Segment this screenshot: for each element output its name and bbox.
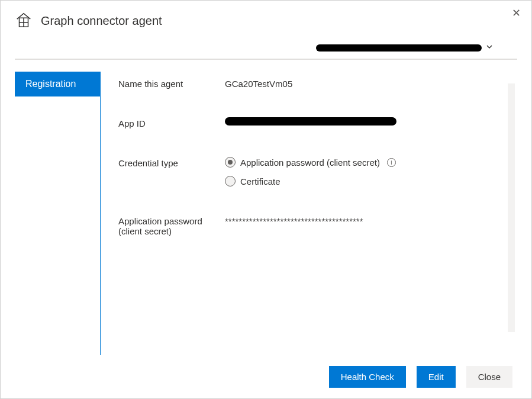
label-appid: App ID — [118, 117, 225, 128]
radio-item-certificate[interactable]: Certificate — [225, 176, 396, 186]
row-name: Name this agent GCa20TestVm05 — [118, 78, 517, 89]
edit-button[interactable]: Edit — [417, 366, 456, 388]
content-area: Registration Name this agent GCa20TestVm… — [1, 60, 531, 355]
dialog: Graph connector agent ✕ Registration Nam… — [0, 0, 532, 399]
value-appid-redacted — [225, 117, 396, 126]
row-app-password: Application password (client secret) ***… — [118, 215, 517, 236]
dialog-title: Graph connector agent — [41, 14, 162, 28]
value-name: GCa20TestVm05 — [225, 78, 292, 89]
row-appid: App ID — [118, 117, 517, 128]
label-name: Name this agent — [118, 78, 225, 89]
agent-icon — [15, 11, 33, 31]
tab-registration[interactable]: Registration — [15, 72, 100, 96]
label-credential-type: Credential type — [118, 157, 225, 168]
radio-item-password[interactable]: Application password (client secret) i — [225, 157, 396, 168]
account-dropdown-row — [15, 37, 517, 60]
close-button[interactable]: Close — [466, 366, 512, 388]
radio-button-certificate[interactable] — [225, 176, 236, 186]
account-dropdown-value-redacted — [316, 44, 482, 52]
dialog-footer: Health Check Edit Close — [1, 355, 531, 398]
radio-dot-icon — [228, 160, 233, 165]
close-icon[interactable]: ✕ — [512, 7, 521, 20]
chevron-down-icon[interactable] — [485, 43, 494, 53]
value-app-password: **************************************** — [225, 215, 363, 226]
credential-radio-group: Application password (client secret) i C… — [225, 157, 396, 186]
label-app-password: Application password (client secret) — [118, 215, 225, 236]
radio-label-password: Application password (client secret) — [240, 157, 380, 168]
form-area: Name this agent GCa20TestVm05 App ID Cre… — [112, 72, 517, 355]
radio-label-certificate: Certificate — [240, 176, 280, 186]
dialog-header: Graph connector agent ✕ — [1, 1, 531, 37]
health-check-button[interactable]: Health Check — [329, 366, 406, 388]
info-icon[interactable]: i — [387, 158, 396, 167]
row-credential-type: Credential type Application password (cl… — [118, 157, 517, 186]
radio-button-password[interactable] — [225, 157, 236, 168]
sidebar: Registration — [15, 72, 101, 355]
